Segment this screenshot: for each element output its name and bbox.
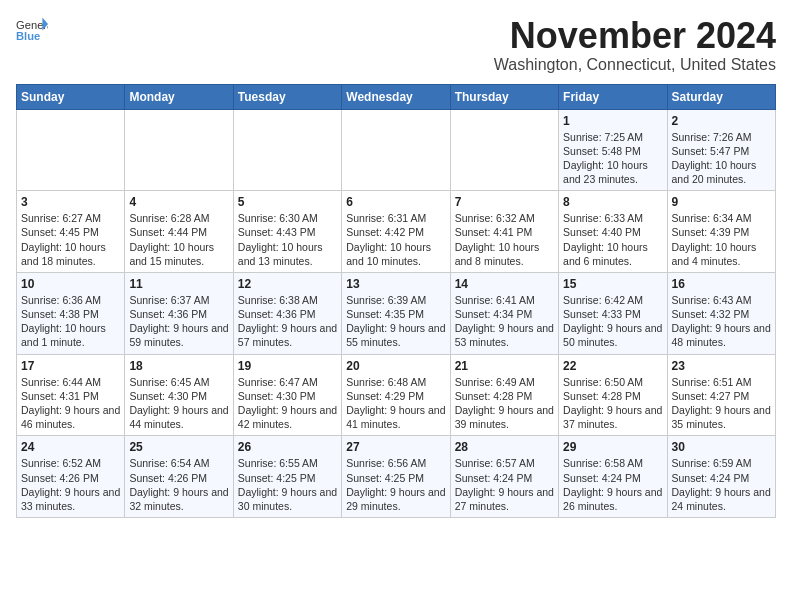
day-number: 18 — [129, 359, 228, 373]
day-number: 28 — [455, 440, 554, 454]
calendar-week-row: 17Sunrise: 6:44 AM Sunset: 4:31 PM Dayli… — [17, 354, 776, 436]
weekday-header: Friday — [559, 84, 667, 109]
day-number: 6 — [346, 195, 445, 209]
calendar-week-row: 3Sunrise: 6:27 AM Sunset: 4:45 PM Daylig… — [17, 191, 776, 273]
day-info: Sunrise: 6:48 AM Sunset: 4:29 PM Dayligh… — [346, 375, 445, 432]
weekday-header: Tuesday — [233, 84, 341, 109]
day-number: 22 — [563, 359, 662, 373]
logo-icon: General Blue — [16, 16, 48, 44]
logo: General Blue — [16, 16, 52, 44]
calendar: SundayMondayTuesdayWednesdayThursdayFrid… — [16, 84, 776, 518]
weekday-header: Thursday — [450, 84, 558, 109]
calendar-week-row: 1Sunrise: 7:25 AM Sunset: 5:48 PM Daylig… — [17, 109, 776, 191]
calendar-cell: 30Sunrise: 6:59 AM Sunset: 4:24 PM Dayli… — [667, 436, 775, 518]
calendar-cell: 25Sunrise: 6:54 AM Sunset: 4:26 PM Dayli… — [125, 436, 233, 518]
day-number: 3 — [21, 195, 120, 209]
calendar-cell: 21Sunrise: 6:49 AM Sunset: 4:28 PM Dayli… — [450, 354, 558, 436]
weekday-header-row: SundayMondayTuesdayWednesdayThursdayFrid… — [17, 84, 776, 109]
calendar-cell: 9Sunrise: 6:34 AM Sunset: 4:39 PM Daylig… — [667, 191, 775, 273]
day-number: 1 — [563, 114, 662, 128]
day-info: Sunrise: 6:44 AM Sunset: 4:31 PM Dayligh… — [21, 375, 120, 432]
weekday-header: Monday — [125, 84, 233, 109]
calendar-cell: 11Sunrise: 6:37 AM Sunset: 4:36 PM Dayli… — [125, 272, 233, 354]
day-info: Sunrise: 6:34 AM Sunset: 4:39 PM Dayligh… — [672, 211, 771, 268]
calendar-cell: 19Sunrise: 6:47 AM Sunset: 4:30 PM Dayli… — [233, 354, 341, 436]
calendar-cell: 3Sunrise: 6:27 AM Sunset: 4:45 PM Daylig… — [17, 191, 125, 273]
day-info: Sunrise: 6:41 AM Sunset: 4:34 PM Dayligh… — [455, 293, 554, 350]
day-number: 9 — [672, 195, 771, 209]
day-info: Sunrise: 6:56 AM Sunset: 4:25 PM Dayligh… — [346, 456, 445, 513]
calendar-cell: 12Sunrise: 6:38 AM Sunset: 4:36 PM Dayli… — [233, 272, 341, 354]
day-info: Sunrise: 7:26 AM Sunset: 5:47 PM Dayligh… — [672, 130, 771, 187]
calendar-week-row: 24Sunrise: 6:52 AM Sunset: 4:26 PM Dayli… — [17, 436, 776, 518]
day-info: Sunrise: 6:45 AM Sunset: 4:30 PM Dayligh… — [129, 375, 228, 432]
day-number: 15 — [563, 277, 662, 291]
header: General Blue November 2024 Washington, C… — [16, 16, 776, 74]
day-number: 23 — [672, 359, 771, 373]
day-info: Sunrise: 7:25 AM Sunset: 5:48 PM Dayligh… — [563, 130, 662, 187]
calendar-cell: 22Sunrise: 6:50 AM Sunset: 4:28 PM Dayli… — [559, 354, 667, 436]
calendar-cell: 27Sunrise: 6:56 AM Sunset: 4:25 PM Dayli… — [342, 436, 450, 518]
calendar-cell — [450, 109, 558, 191]
day-info: Sunrise: 6:58 AM Sunset: 4:24 PM Dayligh… — [563, 456, 662, 513]
day-info: Sunrise: 6:31 AM Sunset: 4:42 PM Dayligh… — [346, 211, 445, 268]
calendar-cell: 4Sunrise: 6:28 AM Sunset: 4:44 PM Daylig… — [125, 191, 233, 273]
day-number: 11 — [129, 277, 228, 291]
location-title: Washington, Connecticut, United States — [494, 56, 776, 74]
day-info: Sunrise: 6:43 AM Sunset: 4:32 PM Dayligh… — [672, 293, 771, 350]
day-number: 19 — [238, 359, 337, 373]
calendar-cell: 16Sunrise: 6:43 AM Sunset: 4:32 PM Dayli… — [667, 272, 775, 354]
day-number: 5 — [238, 195, 337, 209]
calendar-cell: 29Sunrise: 6:58 AM Sunset: 4:24 PM Dayli… — [559, 436, 667, 518]
calendar-week-row: 10Sunrise: 6:36 AM Sunset: 4:38 PM Dayli… — [17, 272, 776, 354]
day-info: Sunrise: 6:38 AM Sunset: 4:36 PM Dayligh… — [238, 293, 337, 350]
day-number: 24 — [21, 440, 120, 454]
calendar-cell: 23Sunrise: 6:51 AM Sunset: 4:27 PM Dayli… — [667, 354, 775, 436]
day-info: Sunrise: 6:36 AM Sunset: 4:38 PM Dayligh… — [21, 293, 120, 350]
day-number: 26 — [238, 440, 337, 454]
day-number: 10 — [21, 277, 120, 291]
calendar-cell: 1Sunrise: 7:25 AM Sunset: 5:48 PM Daylig… — [559, 109, 667, 191]
day-number: 29 — [563, 440, 662, 454]
day-number: 21 — [455, 359, 554, 373]
calendar-cell: 17Sunrise: 6:44 AM Sunset: 4:31 PM Dayli… — [17, 354, 125, 436]
day-info: Sunrise: 6:51 AM Sunset: 4:27 PM Dayligh… — [672, 375, 771, 432]
day-number: 16 — [672, 277, 771, 291]
day-info: Sunrise: 6:42 AM Sunset: 4:33 PM Dayligh… — [563, 293, 662, 350]
calendar-cell: 20Sunrise: 6:48 AM Sunset: 4:29 PM Dayli… — [342, 354, 450, 436]
weekday-header: Sunday — [17, 84, 125, 109]
day-info: Sunrise: 6:37 AM Sunset: 4:36 PM Dayligh… — [129, 293, 228, 350]
calendar-cell — [17, 109, 125, 191]
calendar-cell — [233, 109, 341, 191]
day-info: Sunrise: 6:47 AM Sunset: 4:30 PM Dayligh… — [238, 375, 337, 432]
calendar-cell: 26Sunrise: 6:55 AM Sunset: 4:25 PM Dayli… — [233, 436, 341, 518]
calendar-cell: 28Sunrise: 6:57 AM Sunset: 4:24 PM Dayli… — [450, 436, 558, 518]
day-info: Sunrise: 6:57 AM Sunset: 4:24 PM Dayligh… — [455, 456, 554, 513]
day-info: Sunrise: 6:33 AM Sunset: 4:40 PM Dayligh… — [563, 211, 662, 268]
calendar-cell: 6Sunrise: 6:31 AM Sunset: 4:42 PM Daylig… — [342, 191, 450, 273]
calendar-cell: 10Sunrise: 6:36 AM Sunset: 4:38 PM Dayli… — [17, 272, 125, 354]
svg-text:Blue: Blue — [16, 30, 40, 42]
day-info: Sunrise: 6:30 AM Sunset: 4:43 PM Dayligh… — [238, 211, 337, 268]
day-info: Sunrise: 6:27 AM Sunset: 4:45 PM Dayligh… — [21, 211, 120, 268]
calendar-cell: 14Sunrise: 6:41 AM Sunset: 4:34 PM Dayli… — [450, 272, 558, 354]
day-number: 20 — [346, 359, 445, 373]
day-number: 25 — [129, 440, 228, 454]
calendar-cell: 18Sunrise: 6:45 AM Sunset: 4:30 PM Dayli… — [125, 354, 233, 436]
day-info: Sunrise: 6:50 AM Sunset: 4:28 PM Dayligh… — [563, 375, 662, 432]
month-title: November 2024 — [494, 16, 776, 56]
day-number: 30 — [672, 440, 771, 454]
day-info: Sunrise: 6:28 AM Sunset: 4:44 PM Dayligh… — [129, 211, 228, 268]
day-info: Sunrise: 6:39 AM Sunset: 4:35 PM Dayligh… — [346, 293, 445, 350]
calendar-cell: 8Sunrise: 6:33 AM Sunset: 4:40 PM Daylig… — [559, 191, 667, 273]
calendar-cell: 7Sunrise: 6:32 AM Sunset: 4:41 PM Daylig… — [450, 191, 558, 273]
day-info: Sunrise: 6:55 AM Sunset: 4:25 PM Dayligh… — [238, 456, 337, 513]
day-number: 4 — [129, 195, 228, 209]
calendar-cell: 13Sunrise: 6:39 AM Sunset: 4:35 PM Dayli… — [342, 272, 450, 354]
day-number: 13 — [346, 277, 445, 291]
day-number: 12 — [238, 277, 337, 291]
weekday-header: Wednesday — [342, 84, 450, 109]
day-info: Sunrise: 6:59 AM Sunset: 4:24 PM Dayligh… — [672, 456, 771, 513]
calendar-cell — [342, 109, 450, 191]
day-info: Sunrise: 6:49 AM Sunset: 4:28 PM Dayligh… — [455, 375, 554, 432]
